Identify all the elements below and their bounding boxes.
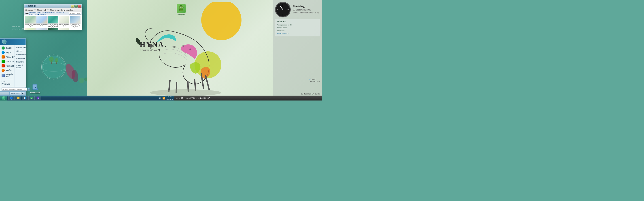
notes-title-text: Notes [280, 20, 286, 23]
organize-button[interactable]: Organize ▼ [25, 9, 36, 11]
start-search-button[interactable]: 🔍 [28, 88, 30, 91]
taskbar-folder[interactable] [15, 96, 21, 100]
thumbnail-ligra[interactable]: LIGRA_by_imnik [25, 28, 36, 30]
recycle-menu-label: Recycle Bin [6, 73, 13, 78]
share-button[interactable]: Share with ▼ [37, 9, 49, 11]
flashget-icon [2, 64, 5, 67]
volume-widget: 🔊 Red 1:50 / 5:0am [308, 78, 320, 83]
menu-item-downloads[interactable]: Downloads [15, 53, 26, 56]
slideshow-button[interactable]: Slide show [50, 9, 60, 11]
menu-item-control-panel[interactable]: Control Panel [15, 64, 26, 69]
new-folder-button[interactable]: New folder [66, 9, 75, 11]
all-programs-item[interactable]: • All Programs [0, 80, 14, 86]
svg-point-35 [201, 2, 242, 40]
downloads-icon[interactable]: Downloads [29, 83, 41, 94]
win-controls: — □ ✕ [71, 5, 81, 7]
thumbnail-two[interactable]: Two_Worlds_by_imnik [58, 28, 69, 30]
notes-icon: ✉ [277, 20, 278, 23]
taskbar-extra2[interactable]: ★ [35, 96, 41, 100]
search-input[interactable] [69, 12, 81, 14]
menu-item-paint[interactable]: Paint.NET [0, 55, 14, 59]
tray-volume-icon[interactable]: 🔊 [158, 96, 162, 100]
clock-date: 9/22/09 [166, 98, 173, 100]
date-day: Tuesday, [293, 4, 319, 8]
menu-item-skype[interactable]: Skype [0, 50, 14, 55]
explorer-content: AVES_by_imnik Circe_by_imnik Gaia_09_Wal… [24, 15, 82, 30]
flashget-label: FlashGet [6, 65, 14, 67]
taskbar-media[interactable] [22, 96, 28, 100]
firefox-icon [2, 69, 5, 72]
thumbnail-img-hyna [58, 16, 69, 24]
date-full: 22 September, 2009 [293, 8, 319, 12]
media-taskbar-icon [23, 96, 26, 100]
free-label: free [196, 97, 200, 99]
nav-forward[interactable]: ▶ [27, 12, 28, 14]
desktop-right: Bangboo [87, 0, 322, 100]
close-button[interactable]: ✕ [78, 5, 81, 7]
thumbnail-aves[interactable]: AVES_by_imnik [25, 16, 36, 27]
note-line-1: Find: present to Gil [277, 24, 318, 26]
svg-text:STORM WIND: STORM WIND [140, 49, 158, 51]
shutdown-button[interactable]: Shut down [10, 92, 21, 95]
menu-item-network[interactable]: Network [15, 60, 26, 64]
thumbnail-label-world: In_our_world_by_imnik [70, 24, 80, 27]
notes-content: Find: present to Gil Thank Jamie call ma… [277, 24, 318, 35]
notes-widget: ✉ Notes Find: present to Gil Thank Jamie… [275, 19, 320, 36]
thumbnail-world[interactable]: In_our_world_by_imnik [70, 16, 80, 27]
thumbnail-img-ligra [25, 28, 36, 30]
start-button[interactable] [0, 96, 8, 100]
extra2-taskbar-icon: ★ [37, 96, 40, 100]
thumbnail-gaia[interactable]: Gaia_09_Wallpaper_by_imnik [48, 16, 58, 27]
thumbnail-circe[interactable]: Circe_by_imnik [36, 16, 47, 27]
free-info: free 249 G [196, 97, 206, 99]
folder-taskbar-icon [16, 96, 20, 100]
hyna-artwork: HYNA. STORM WIND [105, 2, 257, 96]
menu-item-recycle[interactable]: Recycle Bin [0, 73, 14, 78]
minimize-button[interactable]: — [71, 5, 74, 7]
burn-button[interactable]: Burn [60, 9, 64, 11]
calendar-header: 20 21 22 23 24 25 26 [301, 93, 320, 95]
thumbnail-img-swarm [48, 28, 58, 30]
menu-item-spotify[interactable]: Spotify [0, 46, 14, 50]
taskbar-clock: 14:22 9/22/09 [166, 95, 173, 100]
maximize-button[interactable]: □ [74, 5, 78, 7]
firefox-label: Firefox [6, 69, 12, 71]
evernote-label: Evernote [6, 60, 14, 62]
menu-item-videos[interactable]: Videos [15, 49, 26, 53]
shutdown-arrow-button[interactable]: ▶ [22, 92, 24, 95]
menu-item-evernote[interactable]: Evernote [0, 59, 14, 64]
taskbar-tray: 🔊 📶 14:22 9/22/09 [157, 95, 174, 100]
spotify-icon [2, 46, 5, 50]
explorer-window: GAIA09 — □ ✕ Organize ▼ Share with ▼ Sli… [24, 4, 82, 30]
spotify-label: Spotify [6, 47, 12, 49]
start-search-input[interactable] [2, 88, 27, 91]
clock-face [275, 2, 291, 17]
count-value: 47 [208, 97, 210, 99]
thumbnail-broken[interactable]: My_broken_heart_by_imnik [36, 28, 47, 30]
evernote-icon [2, 60, 5, 63]
notes-title: ✉ Notes [277, 20, 318, 23]
svg-point-6 [55, 58, 58, 62]
skype-label: Skype [6, 51, 11, 54]
thumbnail-label-gaia: Gaia_09_Wallpaper_by_imnik [48, 24, 58, 27]
hdd-value: 407 G [189, 97, 195, 99]
thumbnail-img-gaia [48, 16, 58, 24]
nav-back[interactable]: ◀ [25, 12, 26, 14]
thumbnail-swarm[interactable]: Swarm_by_imnik [48, 28, 58, 30]
explorer-title: GAIA09 [28, 5, 36, 7]
date-wind: Wind: 10 km/h at NNE(3.6%) [293, 11, 319, 14]
computer-label: Computer [16, 57, 25, 59]
note-link[interactable]: www.gaia09.cz [277, 32, 318, 35]
taskbar-items: ♪ ★ [8, 96, 157, 100]
taskbar-extra1[interactable]: ♪ [28, 96, 35, 100]
menu-item-computer[interactable]: Computer [15, 56, 26, 60]
menu-item-flashget[interactable]: FlashGet [0, 64, 14, 68]
thumbnail-img-circe [36, 16, 47, 24]
menu-item-firefox[interactable]: Firefox [0, 68, 14, 73]
thumbnail-hyna[interactable]: HYNA_by_imnik [58, 16, 69, 27]
menu-item-documents[interactable]: Documents [15, 46, 26, 49]
extra1-taskbar-icon: ♪ [30, 96, 33, 100]
tray-network-icon[interactable]: 📶 [162, 96, 166, 100]
note-line-3: call mario [277, 29, 318, 32]
taskbar-ie[interactable] [8, 96, 14, 100]
